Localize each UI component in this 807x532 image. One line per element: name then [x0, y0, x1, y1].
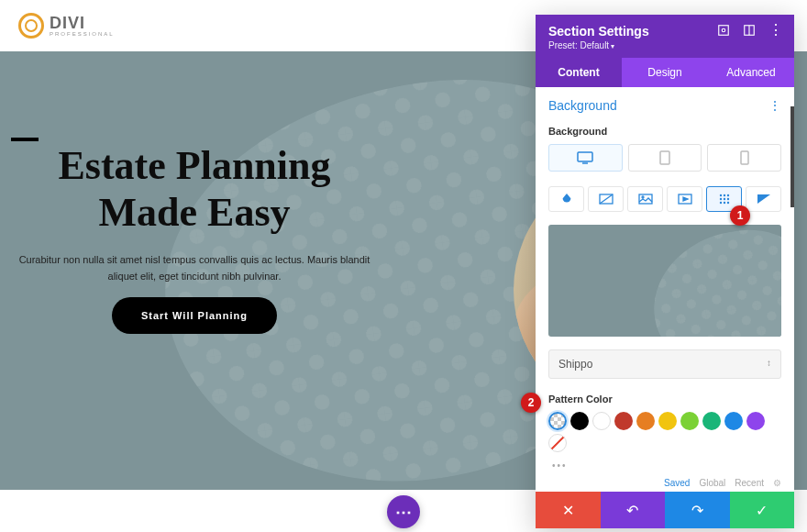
bg-image-button[interactable]: [627, 186, 663, 212]
swatch-blue[interactable]: [724, 412, 743, 430]
step-badge-1: 1: [730, 205, 750, 226]
tab-content[interactable]: Content: [536, 58, 622, 87]
redo-button[interactable]: ↷: [665, 492, 730, 528]
color-tag-saved[interactable]: Saved: [664, 478, 690, 488]
swatch-orange[interactable]: [636, 412, 655, 430]
color-tag-recent[interactable]: Recent: [735, 478, 764, 488]
bg-color-button[interactable]: [548, 186, 584, 212]
svg-point-20: [723, 202, 724, 204]
color-tag-global[interactable]: Global: [699, 478, 725, 488]
preset-dropdown[interactable]: Preset: Default: [548, 40, 717, 50]
tab-design[interactable]: Design: [622, 58, 708, 87]
step-badge-2: 2: [521, 393, 541, 413]
swatch-yellow[interactable]: [658, 412, 677, 430]
swatch-red[interactable]: [614, 412, 633, 430]
svg-rect-0: [719, 26, 729, 36]
bg-gradient-button[interactable]: [588, 186, 624, 212]
hero-title-line1: Estate Planning: [11, 143, 378, 190]
section-heading[interactable]: Background: [548, 98, 617, 113]
save-button[interactable]: ✓: [730, 492, 795, 528]
device-desktop-button[interactable]: [548, 144, 623, 172]
swatch-teal[interactable]: [702, 412, 721, 430]
hero-title-line2: Made Easy: [11, 190, 378, 237]
brand-logo[interactable]: DIVI PROFESSIONAL: [18, 13, 115, 39]
bg-video-button[interactable]: [667, 186, 702, 212]
svg-point-1: [722, 28, 725, 32]
svg-rect-7: [741, 151, 748, 164]
pattern-color-label: Pattern Color: [548, 393, 781, 405]
bg-mask-button[interactable]: [746, 186, 781, 212]
section-settings-panel: Section Settings Preset: Default ⋮ Conte…: [536, 15, 794, 528]
brand-sub: PROFESSIONAL: [50, 31, 115, 37]
svg-line-9: [600, 194, 613, 204]
svg-point-14: [723, 194, 724, 196]
undo-button[interactable]: ↶: [601, 492, 666, 528]
swatch-transparent[interactable]: [548, 412, 567, 430]
hero-copy: Estate Planning Made Easy Curabitur non …: [11, 143, 378, 334]
panel-body: Background ⋮ Background Shippo Pattern C…: [536, 87, 794, 492]
device-tablet-button[interactable]: [628, 144, 702, 172]
svg-rect-6: [660, 151, 669, 164]
section-menu-icon[interactable]: ⋮: [768, 98, 781, 113]
responsive-row: [548, 144, 781, 172]
device-phone-button[interactable]: [707, 144, 781, 172]
svg-point-16: [719, 198, 721, 200]
panel-footer: ✕ ↶ ↷ ✓: [536, 492, 794, 528]
svg-point-19: [719, 202, 721, 204]
cta-button[interactable]: Start Will Planning: [112, 297, 277, 334]
svg-point-11: [642, 196, 644, 198]
color-tag-row: Saved Global Recent ⚙: [548, 478, 781, 488]
color-swatch-row: [548, 412, 781, 452]
accent-dash: [11, 138, 39, 141]
background-label: Background: [548, 126, 781, 137]
hero-paragraph: Curabitur non nulla sit amet nisl tempus…: [11, 252, 378, 284]
swatch-white[interactable]: [592, 412, 611, 430]
brand-name: DIVI: [50, 15, 115, 31]
swatch-green[interactable]: [680, 412, 699, 430]
cancel-button[interactable]: ✕: [536, 492, 601, 528]
logo-mark-icon: [18, 13, 44, 39]
svg-point-15: [726, 194, 728, 196]
kebab-menu-icon[interactable]: ⋮: [768, 24, 781, 37]
svg-rect-4: [578, 152, 592, 161]
color-settings-icon[interactable]: ⚙: [773, 478, 781, 488]
swatch-more-icon[interactable]: •••: [552, 460, 568, 471]
svg-point-21: [726, 202, 728, 204]
svg-point-18: [726, 198, 728, 200]
pattern-preview[interactable]: [548, 225, 781, 337]
page-fab-button[interactable]: ⋯: [387, 495, 420, 528]
pattern-style-select[interactable]: Shippo: [548, 349, 781, 379]
panel-title: Section Settings: [548, 24, 717, 39]
tab-advanced[interactable]: Advanced: [708, 58, 794, 87]
swatch-purple[interactable]: [746, 412, 765, 430]
expand-icon[interactable]: [717, 24, 730, 37]
swatch-none[interactable]: [548, 434, 567, 452]
swatch-black[interactable]: [570, 412, 589, 430]
snap-icon[interactable]: [743, 24, 756, 37]
hero-title: Estate Planning Made Easy: [11, 143, 378, 236]
svg-point-17: [723, 198, 724, 200]
svg-point-13: [719, 194, 721, 196]
panel-tabs: Content Design Advanced: [536, 58, 794, 87]
panel-header: Section Settings Preset: Default ⋮: [536, 15, 794, 58]
